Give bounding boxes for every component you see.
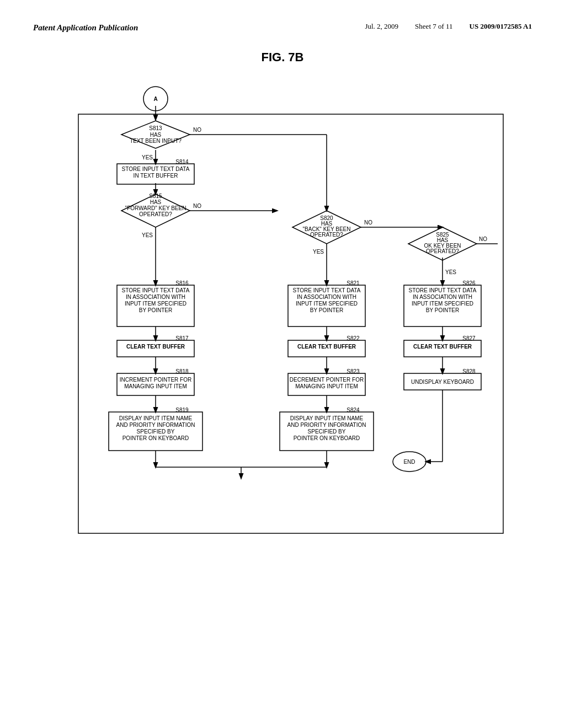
svg-text:POINTER ON KEYBOARD: POINTER ON KEYBOARD (122, 435, 189, 441)
header-sheet: Sheet 7 of 11 (415, 22, 452, 31)
flowchart-svg: YES NO YES NO YES NO YES (45, 76, 520, 616)
svg-text:S814: S814 (175, 159, 189, 165)
svg-text:"FORWARD" KEY BEEN: "FORWARD" KEY BEEN (125, 205, 186, 211)
svg-text:S827: S827 (462, 335, 476, 341)
svg-text:CLEAR TEXT BUFFER: CLEAR TEXT BUFFER (297, 344, 356, 350)
svg-text:YES: YES (142, 232, 153, 238)
svg-text:TEXT BEEN INPUT?: TEXT BEEN INPUT? (130, 138, 182, 144)
svg-text:S828: S828 (462, 368, 476, 374)
svg-text:OPERATED?: OPERATED? (139, 211, 172, 217)
svg-text:S816: S816 (175, 280, 189, 286)
publication-label: Patent Application Publication (33, 22, 138, 34)
svg-text:SPECIFIED BY: SPECIFIED BY (308, 429, 346, 435)
svg-text:OPERATED?: OPERATED? (426, 248, 459, 254)
svg-text:MANAGING INPUT ITEM: MANAGING INPUT ITEM (124, 383, 187, 389)
svg-text:MANAGING INPUT ITEM: MANAGING INPUT ITEM (295, 383, 358, 389)
svg-text:IN ASSOCIATION WITH: IN ASSOCIATION WITH (413, 294, 472, 300)
svg-text:CLEAR TEXT BUFFER: CLEAR TEXT BUFFER (126, 344, 185, 350)
svg-text:IN TEXT BUFFER: IN TEXT BUFFER (134, 173, 178, 179)
svg-text:S823: S823 (347, 368, 360, 374)
svg-text:OPERATED?: OPERATED? (310, 232, 343, 238)
svg-text:S824: S824 (347, 407, 360, 413)
svg-text:BY POINTER: BY POINTER (426, 307, 459, 313)
svg-text:SPECIFIED BY: SPECIFIED BY (137, 429, 175, 435)
svg-text:NO: NO (193, 127, 201, 133)
figure-title: FIG. 7B (33, 50, 532, 65)
svg-text:IN ASSOCIATION WITH: IN ASSOCIATION WITH (297, 294, 356, 300)
svg-text:IN ASSOCIATION WITH: IN ASSOCIATION WITH (126, 294, 185, 300)
header-right: Jul. 2, 2009 Sheet 7 of 11 US 2009/01725… (365, 22, 532, 31)
svg-text:S815: S815 (149, 193, 162, 199)
svg-text:STORE INPUT TEXT DATA: STORE INPUT TEXT DATA (122, 166, 190, 172)
header: Patent Application Publication Jul. 2, 2… (33, 22, 532, 34)
svg-text:BY POINTER: BY POINTER (139, 307, 172, 313)
svg-text:DISPLAY INPUT ITEM NAME: DISPLAY INPUT ITEM NAME (290, 415, 364, 421)
svg-text:AND PRIORITY INFORMATION: AND PRIORITY INFORMATION (116, 422, 195, 428)
svg-text:S813: S813 (149, 125, 162, 131)
svg-text:DISPLAY INPUT ITEM NAME: DISPLAY INPUT ITEM NAME (119, 415, 193, 421)
header-patent: US 2009/0172585 A1 (470, 22, 532, 31)
svg-text:S822: S822 (347, 335, 360, 341)
svg-text:INPUT ITEM SPECIFIED: INPUT ITEM SPECIFIED (125, 301, 186, 307)
svg-text:END: END (403, 459, 415, 465)
svg-text:CLEAR TEXT BUFFER: CLEAR TEXT BUFFER (413, 344, 472, 350)
svg-text:HAS: HAS (150, 132, 162, 138)
header-meta: Jul. 2, 2009 Sheet 7 of 11 US 2009/01725… (365, 22, 532, 31)
svg-text:YES: YES (142, 154, 153, 160)
svg-text:BY POINTER: BY POINTER (310, 307, 343, 313)
svg-text:HAS: HAS (150, 199, 162, 205)
svg-text:S821: S821 (347, 280, 360, 286)
flowchart: YES NO YES NO YES NO YES (45, 76, 520, 616)
header-date: Jul. 2, 2009 (365, 22, 398, 31)
svg-text:S819: S819 (175, 407, 189, 413)
svg-text:STORE INPUT TEXT DATA: STORE INPUT TEXT DATA (122, 287, 190, 293)
svg-text:POINTER ON KEYBOARD: POINTER ON KEYBOARD (294, 435, 360, 441)
svg-text:DECREMENT POINTER FOR: DECREMENT POINTER FOR (290, 377, 364, 383)
svg-text:NO: NO (364, 220, 372, 226)
svg-text:YES: YES (313, 249, 324, 255)
svg-text:AND PRIORITY INFORMATION: AND PRIORITY INFORMATION (287, 422, 366, 428)
svg-text:S817: S817 (175, 335, 189, 341)
svg-text:STORE INPUT TEXT DATA: STORE INPUT TEXT DATA (409, 287, 477, 293)
svg-text:NO: NO (193, 203, 201, 209)
svg-text:YES: YES (445, 269, 456, 275)
svg-text:STORE INPUT TEXT DATA: STORE INPUT TEXT DATA (293, 287, 361, 293)
svg-text:INPUT ITEM SPECIFIED: INPUT ITEM SPECIFIED (296, 301, 358, 307)
page: Patent Application Publication Jul. 2, 2… (0, 0, 565, 728)
svg-text:NO: NO (479, 236, 487, 242)
svg-text:S826: S826 (462, 280, 476, 286)
svg-text:S818: S818 (175, 368, 189, 374)
svg-text:INCREMENT POINTER FOR: INCREMENT POINTER FOR (120, 377, 191, 383)
svg-text:INPUT ITEM SPECIFIED: INPUT ITEM SPECIFIED (412, 301, 473, 307)
svg-text:UNDISPLAY KEYBOARD: UNDISPLAY KEYBOARD (411, 379, 474, 385)
svg-text:A: A (153, 96, 157, 102)
